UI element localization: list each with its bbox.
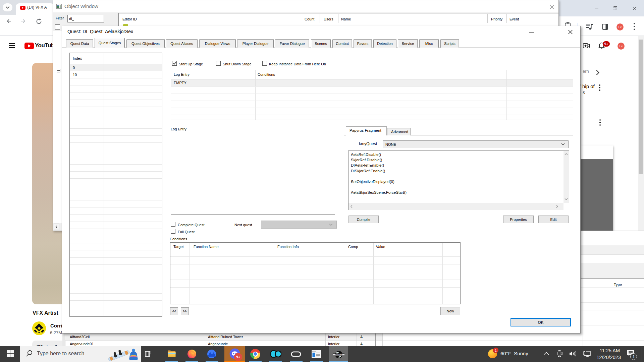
svg-text:CREATION: CREATION [335,354,343,356]
